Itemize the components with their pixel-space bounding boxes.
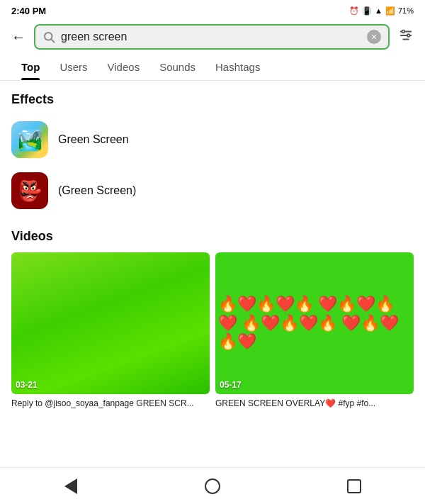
status-bar: 2:40 PM ⏰ 📳 ▲ 📶 71%: [0, 0, 425, 20]
clear-search-button[interactable]: [367, 30, 381, 44]
effect-name-2: (Green Screen): [58, 184, 136, 197]
video-thumb-2: 🔥❤️🔥❤️🔥 ❤️🔥❤️🔥❤️ 🔥❤️🔥❤️🔥 ❤️🔥❤️🔥❤️ 05-17: [215, 252, 414, 394]
effect-icon-1: [11, 121, 48, 158]
green-screen-icon-2: [11, 172, 48, 209]
signal-icon: 📶: [385, 6, 395, 16]
nav-back-icon: [64, 478, 77, 494]
filter-icon: [398, 28, 414, 43]
video-thumb-1: 03-21: [11, 252, 210, 394]
nav-recent-icon: [347, 479, 361, 493]
svg-line-1: [51, 39, 54, 42]
nav-home-icon: [205, 478, 220, 494]
tab-top[interactable]: Top: [11, 54, 50, 80]
videos-grid: 03-21 Reply to @jisoo_soyaa_fanpage GREE…: [11, 252, 414, 410]
video-caption-2: GREEN SCREEN OVERLAY❤️ #fyp #fo...: [215, 398, 414, 410]
effect-item-1[interactable]: Green Screen: [11, 116, 414, 164]
tab-videos[interactable]: Videos: [98, 54, 150, 80]
thumb-hearts-bg: 🔥❤️🔥❤️🔥 ❤️🔥❤️🔥❤️ 🔥❤️🔥❤️🔥 ❤️🔥❤️🔥❤️: [215, 252, 414, 394]
wifi-icon: ▲: [375, 6, 382, 15]
nav-home-button[interactable]: [201, 475, 224, 498]
battery-text: 71%: [398, 6, 414, 15]
filter-button[interactable]: [395, 25, 416, 50]
search-box: green screen: [34, 24, 390, 50]
thumb-green-bg: [11, 252, 210, 394]
tab-hashtags[interactable]: Hashtags: [205, 54, 270, 80]
video-timestamp-2: 05-17: [220, 380, 242, 390]
effect-name-1: Green Screen: [58, 133, 129, 146]
green-screen-icon-1: [11, 121, 48, 158]
status-icons: ⏰ 📳 ▲ 📶 71%: [349, 6, 414, 16]
effects-list: Green Screen (Green Screen): [11, 116, 414, 215]
video-timestamp-1: 03-21: [16, 380, 38, 390]
tabs-row: Top Users Videos Sounds Hashtags: [0, 54, 425, 81]
effect-icon-2: [11, 172, 48, 209]
effects-section: Effects Green Screen (Green Screen): [11, 92, 414, 215]
search-icon: [42, 30, 55, 43]
tab-sounds[interactable]: Sounds: [149, 54, 205, 80]
svg-point-6: [407, 34, 410, 37]
tab-users[interactable]: Users: [50, 54, 97, 80]
video-caption-1: Reply to @jisoo_soyaa_fanpage GREEN SCR.…: [11, 398, 210, 410]
status-time: 2:40 PM: [11, 6, 46, 16]
alarm-icon: ⏰: [349, 6, 359, 16]
nav-back-button[interactable]: [60, 475, 82, 498]
nav-recent-button[interactable]: [343, 475, 366, 498]
effects-section-title: Effects: [11, 92, 414, 107]
video-card-1[interactable]: 03-21 Reply to @jisoo_soyaa_fanpage GREE…: [11, 252, 210, 410]
search-row: ← green screen: [0, 20, 425, 54]
content-area: Effects Green Screen (Green Screen) Vide…: [0, 81, 425, 457]
bottom-nav: [0, 467, 425, 504]
vibrate-icon: 📳: [362, 6, 372, 16]
videos-section: Videos 03-21 Reply to @jisoo_soyaa_fanpa…: [11, 229, 414, 410]
search-query[interactable]: green screen: [61, 30, 361, 43]
effect-item-2[interactable]: (Green Screen): [11, 167, 414, 215]
video-card-2[interactable]: 🔥❤️🔥❤️🔥 ❤️🔥❤️🔥❤️ 🔥❤️🔥❤️🔥 ❤️🔥❤️🔥❤️ 05-17 …: [215, 252, 414, 410]
svg-point-5: [402, 30, 405, 33]
back-button[interactable]: ←: [8, 26, 28, 48]
videos-section-title: Videos: [11, 229, 414, 244]
